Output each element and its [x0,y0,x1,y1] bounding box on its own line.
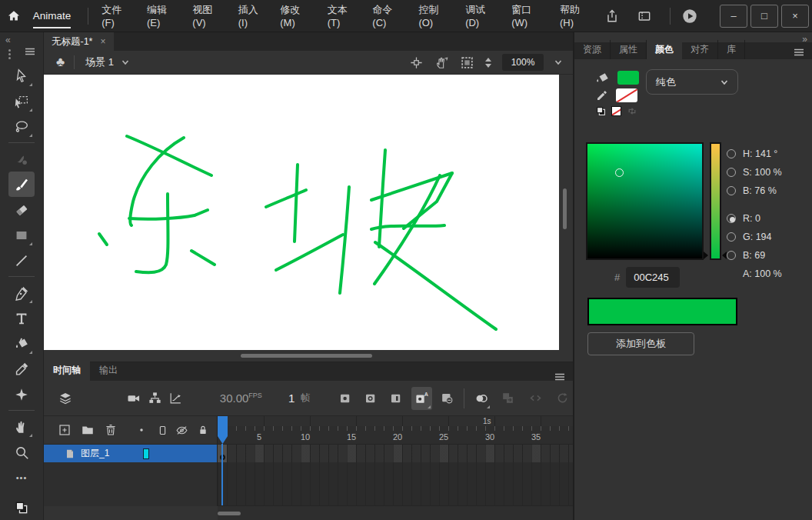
menu-item-3[interactable]: 视图(V) [185,0,231,33]
eyedropper-tool-icon[interactable] [8,356,35,382]
camera-icon[interactable] [123,387,144,410]
swap-colors-icon[interactable] [627,106,637,116]
close-button[interactable]: × [781,5,809,28]
menu-item-5[interactable]: 修改(M) [273,0,320,33]
menu-item-7[interactable]: 命令(C) [365,0,411,33]
dock-menu-icon[interactable] [25,48,35,55]
timeline-panel-menu-icon[interactable] [554,368,573,381]
empty-frame-area[interactable] [218,462,573,506]
pen-tool-icon[interactable] [8,280,35,305]
color-field-cursor[interactable] [615,168,624,177]
stroke-color-swatch-none[interactable] [616,88,637,102]
new-folder-icon[interactable] [76,420,99,440]
text-tool-icon[interactable] [8,305,35,331]
insert-keyframe-icon[interactable] [334,387,355,410]
graph-editor-icon[interactable] [165,387,186,410]
timeline-tab-2[interactable]: 输出 [90,360,127,381]
panel-tab-5[interactable]: 库 [718,40,745,59]
more-tools-icon[interactable]: ••• [8,465,35,490]
minimize-button[interactable]: – [720,5,747,28]
timeline-scrollbar-thumb[interactable] [218,512,241,515]
channel-radio[interactable] [727,186,736,195]
channel-radio[interactable] [727,214,736,223]
document-tab[interactable]: 无标题-1* × [44,32,114,51]
visibility-column-icon[interactable] [171,420,191,440]
collapse-dock-icon[interactable]: « [5,35,9,45]
swap-symbol-icon[interactable] [525,387,546,410]
subselection-tool-icon[interactable] [8,88,35,114]
play-test-icon[interactable] [677,5,703,27]
delete-layer-icon[interactable] [99,420,122,440]
layer-name[interactable]: 图层_1 [81,447,109,460]
selection-tool-icon[interactable] [8,63,35,88]
current-frame-value[interactable]: 1 [288,392,295,405]
rotate-hand-icon[interactable] [434,55,449,70]
slider-handle-left-icon[interactable] [704,252,708,259]
zoom-level-field[interactable]: 100% [502,54,544,71]
color-preview-swatch[interactable] [587,298,737,325]
menu-item-10[interactable]: 窗口(W) [504,0,553,33]
timeline-scrollbar[interactable] [218,505,573,520]
center-stage-icon[interactable] [409,55,424,70]
fill-color-icon[interactable] [594,71,611,85]
rectangle-tool-icon[interactable] [8,222,35,248]
paste-frames-icon[interactable] [498,387,518,410]
frame-rate-value[interactable]: 30.00FPS [220,392,262,405]
stage-horizontal-scrollbar[interactable] [241,354,372,358]
channel-value[interactable]: A: 100 % [743,268,782,279]
edit-scene-icon[interactable]: ♣ [44,55,74,70]
layer-row[interactable]: 图层_1 [44,445,217,462]
panel-tab-1[interactable]: 资源 [574,40,611,59]
menu-item-4[interactable]: 插入(I) [231,0,274,33]
channel-radio[interactable] [727,168,736,177]
menu-item-8[interactable]: 控制(O) [411,0,458,33]
share-icon[interactable] [599,5,625,27]
channel-value[interactable]: B: 76 % [743,185,777,196]
app-name[interactable]: Animate [28,10,82,22]
zoom-chevron-icon[interactable] [554,58,562,66]
menu-item-1[interactable]: 文件(F) [95,0,140,33]
line-tool-icon[interactable] [8,248,35,273]
loop-playback-icon[interactable] [552,387,573,410]
no-color-icon[interactable] [611,106,621,116]
eraser-tool-icon[interactable] [8,197,35,222]
fill-color-swatch[interactable] [617,71,639,85]
onion-skin-icon[interactable] [471,387,491,410]
color-type-select[interactable]: 纯色 [646,69,738,95]
menu-item-6[interactable]: 文本(T) [321,0,366,33]
hex-input[interactable]: 00C245 [626,267,680,288]
clip-content-icon[interactable] [460,55,474,70]
menu-item-2[interactable]: 编辑(E) [140,0,185,33]
channel-slider[interactable] [710,142,721,260]
frames-grid[interactable]: 1s 5101520253035 [218,416,573,506]
insert-blank-keyframe-icon[interactable] [360,387,381,410]
stage-canvas[interactable] [44,75,559,350]
panel-menu-icon[interactable] [794,48,812,59]
default-colors-icon[interactable] [8,495,35,520]
paint-bucket-tool-icon[interactable] [8,331,35,356]
hand-tool-icon[interactable] [8,414,35,439]
ruler-tick-band[interactable]: 5101520253035 [218,426,573,445]
parenting-view-icon[interactable] [144,387,165,410]
timeline-tab-1[interactable]: 时间轴 [44,360,90,381]
channel-value[interactable]: H: 141 ° [743,148,777,159]
home-icon[interactable] [0,8,28,24]
channel-radio[interactable] [727,251,736,260]
panel-tab-2[interactable]: 属性 [611,40,647,59]
stage-vertical-scrollbar[interactable] [563,188,567,229]
zoom-stepper[interactable] [485,58,491,68]
new-layer-icon[interactable] [53,420,76,440]
menu-item-9[interactable]: 调试(D) [458,0,504,33]
channel-value[interactable]: R: 0 [743,213,760,224]
drag-grip-icon[interactable] [8,49,12,59]
outline-column-icon[interactable] [153,420,171,440]
highlight-column-icon[interactable] [130,420,153,440]
maximize-button[interactable]: □ [750,5,778,28]
color-field[interactable] [586,142,704,260]
default-colors-icon[interactable] [596,106,606,116]
lock-column-icon[interactable] [191,420,215,440]
scene-name[interactable]: 场景 1 [85,55,114,69]
channel-radio[interactable] [727,149,736,158]
channel-radio[interactable] [727,232,736,242]
layer-view-icon[interactable] [55,387,75,410]
